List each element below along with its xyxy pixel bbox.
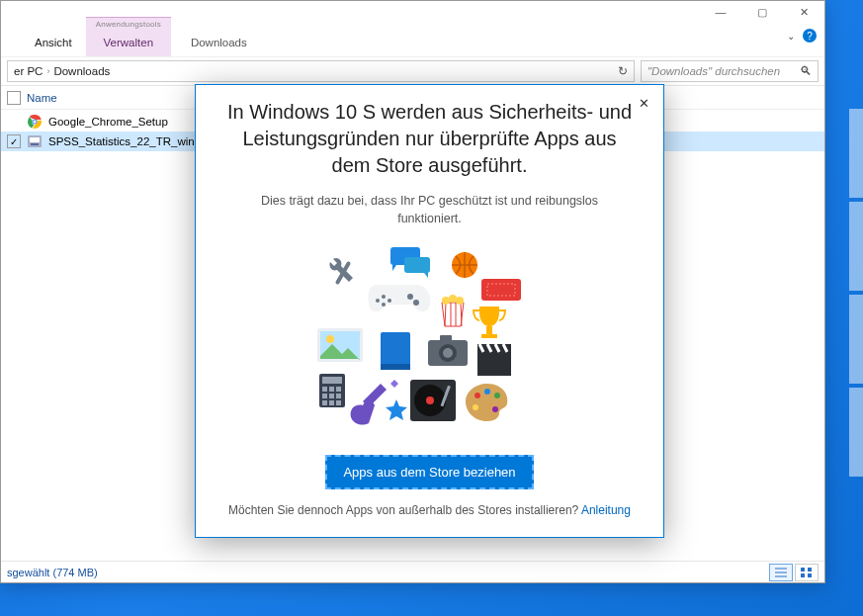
desktop-edge-decoration: [849, 109, 863, 477]
dialog-subtitle: Dies trägt dazu bei, dass Ihr PC geschüt…: [242, 193, 618, 227]
svg-rect-12: [404, 257, 430, 273]
tab-manage[interactable]: Verwalten: [90, 29, 168, 56]
tool-tab-header: Anwendungstools: [86, 18, 171, 29]
window-controls: — ▢ ✕: [700, 1, 824, 23]
svg-rect-44: [336, 394, 341, 398]
svg-rect-36: [477, 352, 511, 376]
svg-point-53: [484, 389, 490, 395]
svg-point-16: [382, 295, 386, 299]
status-text: sgewählt (774 MB): [7, 567, 98, 578]
svg-rect-47: [336, 400, 341, 405]
svg-rect-4: [30, 137, 40, 142]
refresh-icon[interactable]: ↻: [618, 64, 628, 78]
chrome-icon: [27, 114, 43, 130]
file-name: SPSS_Statistics_22_TR_win6: [48, 135, 201, 147]
svg-rect-39: [322, 387, 327, 392]
dialog-title: In Windows 10 S werden aus Sicherheits- …: [222, 99, 638, 179]
svg-point-23: [449, 295, 457, 303]
address-bar-row: er PC › Downloads ↻ "Downloads" durchsuc…: [1, 56, 824, 86]
svg-rect-40: [329, 387, 334, 392]
svg-rect-25: [486, 326, 492, 334]
svg-rect-42: [322, 394, 327, 398]
svg-rect-33: [440, 335, 452, 341]
svg-rect-31: [381, 364, 410, 370]
store-restriction-dialog: ✕ In Windows 10 S werden aus Sicherheits…: [195, 84, 664, 538]
dialog-footer-text: Möchten Sie dennoch Apps von außerhalb d…: [228, 503, 581, 517]
help-icon[interactable]: ?: [803, 29, 817, 43]
breadcrumb[interactable]: er PC › Downloads ↻: [7, 60, 635, 82]
svg-rect-5: [31, 143, 39, 145]
svg-point-29: [326, 335, 334, 343]
status-bar: sgewählt (774 MB): [1, 561, 824, 582]
svg-rect-45: [322, 400, 327, 405]
maximize-button[interactable]: ▢: [741, 1, 783, 23]
file-name: Google_Chrome_Setup: [48, 116, 168, 128]
svg-rect-8: [801, 573, 805, 577]
dialog-close-button[interactable]: ✕: [634, 93, 653, 113]
details-view-button[interactable]: [769, 564, 793, 581]
select-all-checkbox[interactable]: [7, 91, 21, 105]
svg-rect-46: [329, 400, 334, 405]
svg-point-22: [442, 297, 450, 305]
ribbon-tabs: Ansicht Anwendungstools Verwalten Downlo…: [1, 23, 824, 56]
window-title: Downloads: [177, 29, 261, 56]
svg-point-54: [494, 393, 500, 398]
view-mode-buttons: [769, 564, 819, 581]
ribbon-right-controls: ⌄ ?: [787, 29, 817, 43]
search-input[interactable]: "Downloads" durchsuchen 🔍︎: [641, 60, 819, 82]
column-name[interactable]: Name: [27, 92, 57, 104]
row-checkbox[interactable]: ✓: [7, 134, 21, 148]
svg-point-50: [426, 396, 434, 404]
dialog-footer: Möchten Sie dennoch Apps von außerhalb d…: [228, 503, 631, 517]
breadcrumb-part: er PC: [14, 65, 43, 77]
icons-view-button[interactable]: [795, 564, 819, 581]
svg-point-55: [473, 404, 478, 410]
tab-view[interactable]: Ansicht: [21, 29, 86, 56]
svg-point-21: [413, 300, 419, 306]
svg-point-17: [382, 303, 386, 307]
installer-icon: [27, 133, 43, 149]
svg-point-20: [407, 294, 413, 300]
apps-illustration: [311, 245, 549, 433]
svg-rect-6: [801, 568, 805, 572]
svg-point-19: [388, 299, 391, 303]
minimize-button[interactable]: —: [700, 1, 741, 23]
svg-point-24: [456, 297, 464, 305]
svg-point-18: [376, 299, 380, 303]
get-apps-from-store-button[interactable]: Apps aus dem Store beziehen: [325, 455, 533, 489]
svg-point-2: [33, 120, 36, 123]
svg-rect-7: [808, 568, 812, 572]
svg-point-35: [443, 348, 453, 358]
contextual-tool-tab: Anwendungstools Verwalten: [86, 17, 171, 56]
chevron-right-icon: ›: [46, 66, 49, 76]
svg-rect-9: [808, 573, 812, 577]
svg-rect-38: [322, 377, 342, 384]
search-icon[interactable]: 🔍︎: [800, 64, 812, 78]
svg-rect-26: [481, 334, 497, 338]
breadcrumb-part: Downloads: [53, 65, 110, 77]
svg-rect-41: [336, 387, 341, 392]
svg-rect-43: [329, 394, 334, 398]
ribbon-collapse-icon[interactable]: ⌄: [787, 31, 795, 42]
svg-point-56: [492, 406, 498, 412]
search-placeholder: "Downloads" durchsuchen: [647, 65, 780, 77]
close-button[interactable]: ✕: [783, 1, 824, 23]
svg-point-52: [475, 393, 480, 398]
instructions-link[interactable]: Anleitung: [581, 503, 631, 517]
